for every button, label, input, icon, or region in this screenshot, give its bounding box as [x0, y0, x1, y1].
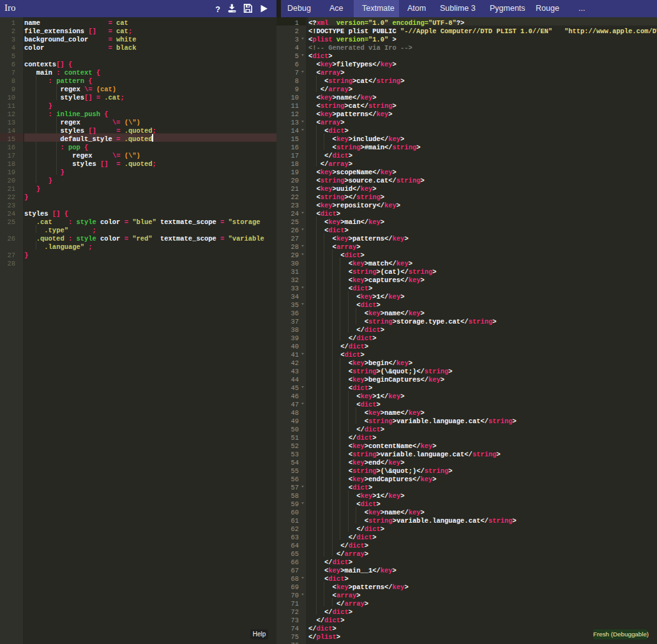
svg-text:?: ? [215, 5, 220, 14]
